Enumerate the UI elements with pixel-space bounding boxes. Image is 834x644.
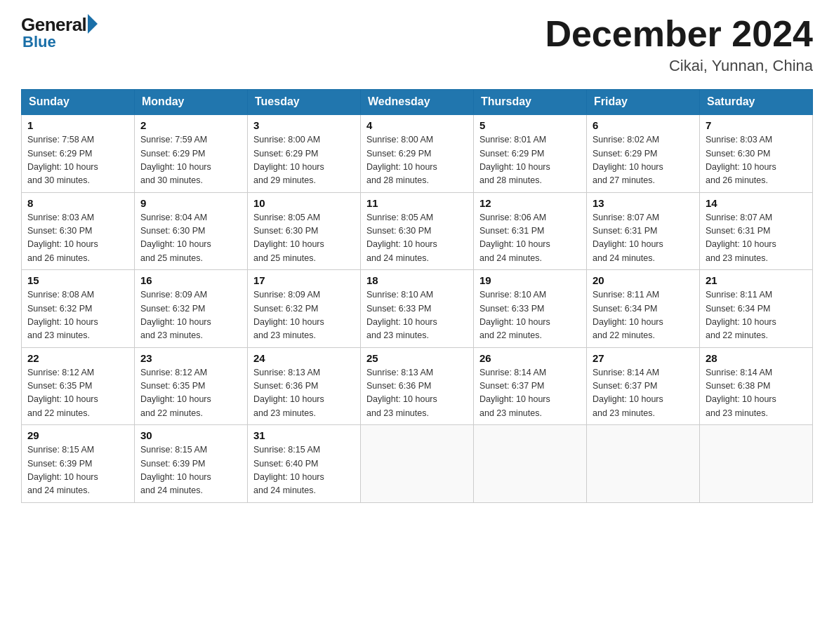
- page-header: General Blue December 2024 Cikai, Yunnan…: [21, 14, 813, 75]
- day-info: Sunrise: 8:07 AMSunset: 6:31 PMDaylight:…: [706, 211, 807, 266]
- day-number: 20: [593, 274, 694, 286]
- col-header-tuesday: Tuesday: [248, 90, 361, 115]
- day-info: Sunrise: 8:08 AMSunset: 6:32 PMDaylight:…: [27, 288, 128, 343]
- day-info: Sunrise: 8:09 AMSunset: 6:32 PMDaylight:…: [253, 288, 355, 343]
- day-info: Sunrise: 8:09 AMSunset: 6:32 PMDaylight:…: [140, 288, 241, 343]
- day-number: 2: [140, 119, 241, 131]
- calendar-cell: 11Sunrise: 8:05 AMSunset: 6:30 PMDayligh…: [361, 192, 474, 270]
- day-info: Sunrise: 8:05 AMSunset: 6:30 PMDaylight:…: [366, 211, 468, 266]
- calendar-cell: 13Sunrise: 8:07 AMSunset: 6:31 PMDayligh…: [587, 192, 700, 270]
- day-number: 10: [253, 197, 355, 209]
- calendar-cell: 21Sunrise: 8:11 AMSunset: 6:34 PMDayligh…: [700, 270, 813, 348]
- day-number: 6: [593, 119, 694, 131]
- day-number: 1: [27, 119, 128, 131]
- day-info: Sunrise: 8:12 AMSunset: 6:35 PMDaylight:…: [140, 366, 241, 421]
- calendar-cell: 22Sunrise: 8:12 AMSunset: 6:35 PMDayligh…: [22, 347, 135, 425]
- day-info: Sunrise: 8:15 AMSunset: 6:39 PMDaylight:…: [27, 443, 128, 498]
- location-title: Cikai, Yunnan, China: [545, 57, 813, 75]
- calendar-cell: 28Sunrise: 8:14 AMSunset: 6:38 PMDayligh…: [700, 347, 813, 425]
- day-number: 8: [27, 197, 128, 209]
- day-number: 29: [27, 429, 128, 441]
- col-header-sunday: Sunday: [22, 90, 135, 115]
- calendar-cell: 14Sunrise: 8:07 AMSunset: 6:31 PMDayligh…: [700, 192, 813, 270]
- logo-triangle-icon: [88, 14, 98, 34]
- day-info: Sunrise: 8:10 AMSunset: 6:33 PMDaylight:…: [479, 288, 581, 343]
- day-info: Sunrise: 8:06 AMSunset: 6:31 PMDaylight:…: [479, 211, 581, 266]
- week-row-3: 15Sunrise: 8:08 AMSunset: 6:32 PMDayligh…: [22, 270, 813, 348]
- day-number: 18: [366, 274, 468, 286]
- day-info: Sunrise: 8:07 AMSunset: 6:31 PMDaylight:…: [593, 211, 694, 266]
- logo: General Blue: [21, 14, 98, 51]
- calendar-cell: [700, 425, 813, 503]
- calendar-cell: 29Sunrise: 8:15 AMSunset: 6:39 PMDayligh…: [22, 425, 135, 503]
- calendar-cell: 6Sunrise: 8:02 AMSunset: 6:29 PMDaylight…: [587, 114, 700, 192]
- calendar-cell: 31Sunrise: 8:15 AMSunset: 6:40 PMDayligh…: [248, 425, 361, 503]
- day-info: Sunrise: 8:01 AMSunset: 6:29 PMDaylight:…: [479, 133, 581, 188]
- day-info: Sunrise: 8:00 AMSunset: 6:29 PMDaylight:…: [366, 133, 468, 188]
- day-number: 7: [706, 119, 807, 131]
- week-row-4: 22Sunrise: 8:12 AMSunset: 6:35 PMDayligh…: [22, 347, 813, 425]
- calendar-cell: 5Sunrise: 8:01 AMSunset: 6:29 PMDaylight…: [474, 114, 587, 192]
- day-info: Sunrise: 8:11 AMSunset: 6:34 PMDaylight:…: [593, 288, 694, 343]
- calendar-cell: 20Sunrise: 8:11 AMSunset: 6:34 PMDayligh…: [587, 270, 700, 348]
- day-info: Sunrise: 8:10 AMSunset: 6:33 PMDaylight:…: [366, 288, 468, 343]
- day-number: 26: [479, 352, 581, 364]
- col-header-wednesday: Wednesday: [361, 90, 474, 115]
- title-area: December 2024 Cikai, Yunnan, China: [545, 14, 813, 75]
- day-number: 31: [253, 429, 355, 441]
- day-number: 13: [593, 197, 694, 209]
- calendar-cell: 25Sunrise: 8:13 AMSunset: 6:36 PMDayligh…: [361, 347, 474, 425]
- day-number: 22: [27, 352, 128, 364]
- day-number: 19: [479, 274, 581, 286]
- day-number: 17: [253, 274, 355, 286]
- day-number: 23: [140, 352, 241, 364]
- calendar-cell: [587, 425, 700, 503]
- calendar-cell: 8Sunrise: 8:03 AMSunset: 6:30 PMDaylight…: [22, 192, 135, 270]
- day-info: Sunrise: 8:03 AMSunset: 6:30 PMDaylight:…: [706, 133, 807, 188]
- day-number: 11: [366, 197, 468, 209]
- day-info: Sunrise: 7:58 AMSunset: 6:29 PMDaylight:…: [27, 133, 128, 188]
- day-number: 30: [140, 429, 241, 441]
- calendar-cell: 16Sunrise: 8:09 AMSunset: 6:32 PMDayligh…: [135, 270, 248, 348]
- day-number: 27: [593, 352, 694, 364]
- calendar-cell: 24Sunrise: 8:13 AMSunset: 6:36 PMDayligh…: [248, 347, 361, 425]
- day-info: Sunrise: 7:59 AMSunset: 6:29 PMDaylight:…: [140, 133, 241, 188]
- day-info: Sunrise: 8:14 AMSunset: 6:38 PMDaylight:…: [706, 366, 807, 421]
- logo-blue-text: Blue: [22, 33, 56, 51]
- calendar-cell: 15Sunrise: 8:08 AMSunset: 6:32 PMDayligh…: [22, 270, 135, 348]
- calendar-cell: 10Sunrise: 8:05 AMSunset: 6:30 PMDayligh…: [248, 192, 361, 270]
- day-number: 15: [27, 274, 128, 286]
- day-info: Sunrise: 8:11 AMSunset: 6:34 PMDaylight:…: [706, 288, 807, 343]
- day-info: Sunrise: 8:02 AMSunset: 6:29 PMDaylight:…: [593, 133, 694, 188]
- calendar-cell: 17Sunrise: 8:09 AMSunset: 6:32 PMDayligh…: [248, 270, 361, 348]
- day-number: 3: [253, 119, 355, 131]
- day-number: 24: [253, 352, 355, 364]
- calendar-cell: 7Sunrise: 8:03 AMSunset: 6:30 PMDaylight…: [700, 114, 813, 192]
- day-info: Sunrise: 8:15 AMSunset: 6:40 PMDaylight:…: [253, 443, 355, 498]
- day-info: Sunrise: 8:04 AMSunset: 6:30 PMDaylight:…: [140, 211, 241, 266]
- day-info: Sunrise: 8:12 AMSunset: 6:35 PMDaylight:…: [27, 366, 128, 421]
- day-number: 25: [366, 352, 468, 364]
- day-info: Sunrise: 8:00 AMSunset: 6:29 PMDaylight:…: [253, 133, 355, 188]
- calendar-cell: 27Sunrise: 8:14 AMSunset: 6:37 PMDayligh…: [587, 347, 700, 425]
- calendar-cell: 19Sunrise: 8:10 AMSunset: 6:33 PMDayligh…: [474, 270, 587, 348]
- day-info: Sunrise: 8:14 AMSunset: 6:37 PMDaylight:…: [479, 366, 581, 421]
- header-row: SundayMondayTuesdayWednesdayThursdayFrid…: [22, 90, 813, 115]
- col-header-saturday: Saturday: [700, 90, 813, 115]
- week-row-5: 29Sunrise: 8:15 AMSunset: 6:39 PMDayligh…: [22, 425, 813, 503]
- day-number: 9: [140, 197, 241, 209]
- day-info: Sunrise: 8:03 AMSunset: 6:30 PMDaylight:…: [27, 211, 128, 266]
- day-number: 16: [140, 274, 241, 286]
- calendar-cell: 1Sunrise: 7:58 AMSunset: 6:29 PMDaylight…: [22, 114, 135, 192]
- day-info: Sunrise: 8:13 AMSunset: 6:36 PMDaylight:…: [253, 366, 355, 421]
- calendar-table: SundayMondayTuesdayWednesdayThursdayFrid…: [21, 89, 813, 503]
- calendar-cell: 12Sunrise: 8:06 AMSunset: 6:31 PMDayligh…: [474, 192, 587, 270]
- calendar-cell: 30Sunrise: 8:15 AMSunset: 6:39 PMDayligh…: [135, 425, 248, 503]
- day-info: Sunrise: 8:13 AMSunset: 6:36 PMDaylight:…: [366, 366, 468, 421]
- day-number: 12: [479, 197, 581, 209]
- month-title: December 2024: [545, 14, 813, 54]
- day-info: Sunrise: 8:15 AMSunset: 6:39 PMDaylight:…: [140, 443, 241, 498]
- day-number: 14: [706, 197, 807, 209]
- day-number: 5: [479, 119, 581, 131]
- col-header-monday: Monday: [135, 90, 248, 115]
